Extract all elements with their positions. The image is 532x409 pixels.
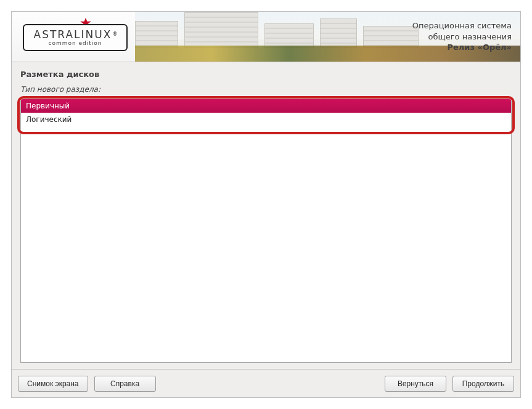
page-title: Разметка дисков	[20, 70, 512, 79]
logo-name: ASTRALINUX	[34, 28, 112, 41]
continue-button[interactable]: Продолжить	[452, 376, 514, 392]
option-primary[interactable]: Первичный	[21, 99, 511, 113]
os-line1: Операционная система	[412, 20, 512, 31]
os-line2: общего назначения	[412, 31, 512, 43]
release-name: Релиз «Орёл»	[412, 42, 512, 53]
footer: Снимок экрана Справка Вернуться Продолжи…	[12, 369, 520, 397]
body: Разметка дисков Тип нового раздела: Перв…	[12, 62, 520, 369]
prompt-label: Тип нового раздела:	[20, 85, 512, 94]
help-button[interactable]: Справка	[94, 376, 156, 392]
back-button[interactable]: Вернуться	[385, 376, 446, 392]
installer-window: ASTRALINUX® common edition Операционная …	[11, 11, 521, 398]
option-label: Логический	[26, 115, 72, 124]
logo-subtitle: common edition	[48, 40, 102, 46]
screenshot-button[interactable]: Снимок экрана	[18, 376, 88, 392]
partition-type-list: Первичный Логический	[20, 99, 512, 363]
astralinux-logo: ASTRALINUX® common edition	[23, 19, 134, 55]
banner: ASTRALINUX® common edition Операционная …	[12, 12, 520, 62]
option-logical[interactable]: Логический	[21, 113, 511, 126]
banner-text: Операционная система общего назначения Р…	[412, 20, 512, 53]
option-label: Первичный	[26, 102, 70, 110]
